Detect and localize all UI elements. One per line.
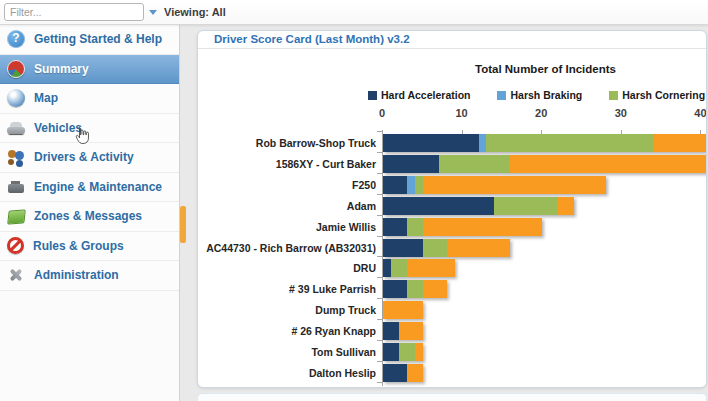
y-axis-tick xyxy=(377,298,382,299)
bar-row-dalton-heslip xyxy=(383,364,423,382)
legend-item-harsh-braking: Harsh Braking xyxy=(497,89,582,101)
legend-label: Harsh Braking xyxy=(510,89,582,101)
category-label-dump-truck: Dump Truck xyxy=(315,301,376,319)
sidebar-item-label: Map xyxy=(34,91,58,105)
bar-segment-hard-acceleration[interactable] xyxy=(383,176,407,194)
rules-icon xyxy=(7,237,24,254)
category-label-tom-sullivan: Tom Sullivan xyxy=(311,343,376,361)
chevron-down-icon[interactable] xyxy=(149,10,157,15)
y-axis-tick xyxy=(377,277,382,278)
bar-segment-harsh-cornering[interactable] xyxy=(407,218,423,236)
bar-row-rob-barrow-shop-truck xyxy=(383,134,707,152)
legend-item-harsh-cornering: Harsh Cornering xyxy=(609,89,705,101)
bar-segment-speeding[interactable] xyxy=(383,301,423,319)
sidebar-item-drivers-activity[interactable]: Drivers & Activity xyxy=(0,143,179,173)
sidebar-item-label: Getting Started & Help xyxy=(34,32,162,46)
admin-icon xyxy=(7,266,25,284)
sidebar-item-rules-groups[interactable]: Rules & Groups xyxy=(0,232,179,262)
bar-segment-harsh-cornering[interactable] xyxy=(494,197,558,215)
category-label-rob-barrow-shop-truck: Rob Barrow-Shop Truck xyxy=(256,134,376,152)
report-title-link[interactable]: Driver Score Card (Last Month) v3.2 xyxy=(214,33,410,45)
report-panel: Driver Score Card (Last Month) v3.2 Tota… xyxy=(197,30,707,388)
x-axis-tick-label: 10 xyxy=(442,107,482,119)
viewing-selector[interactable]: Viewing: All xyxy=(164,0,226,25)
sidebar-item-engine-maintenance[interactable]: Engine & Maintenance xyxy=(0,173,179,203)
bar-segment-hard-acceleration[interactable] xyxy=(383,134,479,152)
bar-segment-speeding[interactable] xyxy=(558,197,574,215)
bar-segment-hard-acceleration[interactable] xyxy=(383,155,439,173)
bar-segment-speeding[interactable] xyxy=(399,322,423,340)
bar-row-26-ryan-knapp xyxy=(383,322,423,340)
y-axis-tick xyxy=(377,236,382,237)
bar-segment-harsh-braking[interactable] xyxy=(407,176,415,194)
category-label-adam: Adam xyxy=(347,197,376,215)
sidebar-item-label: Engine & Maintenance xyxy=(34,180,162,194)
sidebar-item-summary[interactable]: Summary xyxy=(0,55,179,85)
legend-item-hard-acceleration: Hard Acceleration xyxy=(368,89,470,101)
bar-segment-speeding[interactable] xyxy=(407,364,423,382)
sidebar-item-label: Administration xyxy=(34,268,119,282)
sidebar: Getting Started & HelpSummaryMapVehicles… xyxy=(0,25,180,401)
zones-icon xyxy=(7,207,25,225)
bar-segment-hard-acceleration[interactable] xyxy=(383,364,407,382)
bar-segment-harsh-cornering[interactable] xyxy=(407,280,423,298)
bar-segment-hard-acceleration[interactable] xyxy=(383,259,391,277)
bar-row-dump-truck xyxy=(383,301,423,319)
bar-segment-speeding[interactable] xyxy=(423,218,542,236)
x-axis-tick-label: 40 xyxy=(680,107,707,119)
category-label-ac44730-rich-barrow-ab32031: AC44730 - Rich Barrow (AB32031) xyxy=(206,239,376,257)
sidebar-item-administration[interactable]: Administration xyxy=(0,261,179,291)
category-label-f250: F250 xyxy=(352,176,376,194)
bar-segment-speeding[interactable] xyxy=(654,134,707,152)
bar-segment-hard-acceleration[interactable] xyxy=(383,218,407,236)
sidebar-item-label: Zones & Messages xyxy=(34,209,142,223)
legend-swatch-hard-acceleration xyxy=(368,91,377,100)
help-icon xyxy=(7,30,25,48)
bar-segment-hard-acceleration[interactable] xyxy=(383,197,494,215)
bar-segment-harsh-braking[interactable] xyxy=(479,134,487,152)
bar-row-ac44730-rich-barrow-ab32031 xyxy=(383,239,510,257)
summary-icon xyxy=(7,60,25,78)
x-axis-tick-label: 20 xyxy=(521,107,561,119)
vehicles-icon xyxy=(7,119,25,137)
y-axis-tick xyxy=(377,194,382,195)
sidebar-item-map[interactable]: Map xyxy=(0,84,179,114)
mouse-cursor xyxy=(73,126,90,146)
filter-input[interactable] xyxy=(4,3,144,21)
sidebar-item-getting-started-help[interactable]: Getting Started & Help xyxy=(0,25,179,55)
bar-segment-harsh-cornering[interactable] xyxy=(486,134,653,152)
bar-segment-speeding[interactable] xyxy=(415,343,423,361)
bar-segment-speeding[interactable] xyxy=(447,239,511,257)
y-axis-tick xyxy=(377,361,382,362)
sidebar-item-label: Summary xyxy=(34,62,89,76)
bar-segment-hard-acceleration[interactable] xyxy=(383,239,423,257)
y-axis-tick xyxy=(377,173,382,174)
chart-title: Total Number of Incidents xyxy=(382,63,707,75)
bar-segment-hard-acceleration[interactable] xyxy=(383,322,399,340)
bar-segment-speeding[interactable] xyxy=(423,280,447,298)
map-icon xyxy=(7,89,25,107)
bar-segment-speeding[interactable] xyxy=(510,155,707,173)
bar-row-jamie-willis xyxy=(383,218,542,236)
bar-row-f250 xyxy=(383,176,606,194)
category-label-jamie-willis: Jamie Willis xyxy=(316,218,376,236)
bar-segment-speeding[interactable] xyxy=(423,176,606,194)
bar-segment-harsh-cornering[interactable] xyxy=(415,176,423,194)
y-axis-tick xyxy=(377,215,382,216)
bar-segment-hard-acceleration[interactable] xyxy=(383,280,407,298)
engine-icon xyxy=(7,178,25,196)
bar-segment-harsh-cornering[interactable] xyxy=(423,239,447,257)
next-panel-edge xyxy=(197,393,707,401)
bar-segment-hard-acceleration[interactable] xyxy=(383,343,399,361)
bar-row-tom-sullivan xyxy=(383,343,423,361)
drivers-icon xyxy=(7,148,25,166)
category-label-1586xy-curt-baker: 1586XY - Curt Baker xyxy=(276,155,376,173)
bar-row-adam xyxy=(383,197,574,215)
y-axis-tick xyxy=(377,256,382,257)
sidebar-item-zones-messages[interactable]: Zones & Messages xyxy=(0,202,179,232)
bar-segment-harsh-cornering[interactable] xyxy=(439,155,511,173)
bar-segment-harsh-cornering[interactable] xyxy=(391,259,407,277)
y-axis-tick xyxy=(377,131,382,132)
bar-segment-speeding[interactable] xyxy=(407,259,455,277)
bar-segment-harsh-cornering[interactable] xyxy=(399,343,415,361)
